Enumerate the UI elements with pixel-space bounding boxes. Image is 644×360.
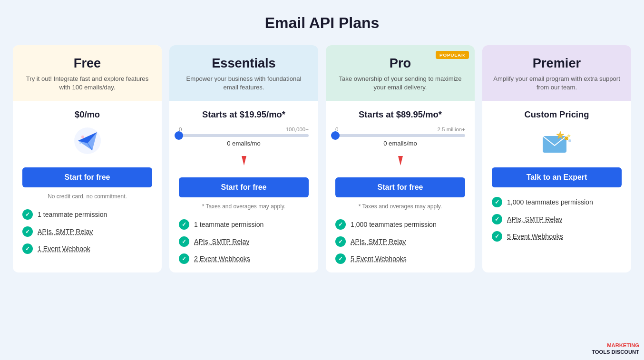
list-item: ✓1 teammate permission — [22, 209, 152, 220]
check-icon: ✓ — [492, 231, 502, 242]
slider-thumb-essentials[interactable] — [175, 131, 183, 140]
plan-price-premier: Custom Pricing — [492, 109, 622, 120]
check-icon: ✓ — [22, 243, 33, 254]
slider-pro[interactable]: 02.5 million+0 emails/mo — [335, 126, 465, 147]
features-list-essentials: ✓1 teammate permission✓APIs, SMTP Relay✓… — [179, 219, 309, 264]
watermark-line1: MARKETING — [592, 342, 639, 349]
page-title: Email API Plans — [10, 14, 634, 32]
plan-note-essentials: * Taxes and overages may apply. — [179, 203, 309, 210]
check-icon: ✓ — [492, 197, 502, 207]
watermark: MARKETING TOOLS DISCOUNT — [592, 342, 639, 355]
list-item: ✓1,000 teammates permission — [335, 219, 465, 230]
plan-name-essentials: Essentials — [179, 56, 309, 71]
plan-description-essentials: Empower your business with foundational … — [179, 75, 309, 92]
check-icon: ✓ — [335, 219, 346, 230]
feature-text-premier-2[interactable]: 5 Event Webhooks — [507, 233, 563, 240]
plan-description-pro: Take ownership of your sending to maximi… — [335, 75, 465, 92]
feature-text-premier-1[interactable]: APIs, SMTP Relay — [507, 215, 562, 223]
watermark-line2: TOOLS DISCOUNT — [592, 349, 639, 355]
svg-point-5 — [79, 142, 81, 144]
list-item: ✓1 teammate permission — [179, 219, 309, 230]
plans-grid: FreeTry it out! Integrate fast and explo… — [13, 45, 631, 272]
plan-name-free: Free — [22, 56, 152, 71]
plan-card-essentials: EssentialsEmpower your business with fou… — [169, 45, 318, 272]
feature-text-free-1[interactable]: APIs, SMTP Relay — [38, 228, 93, 235]
check-icon: ✓ — [179, 219, 189, 230]
slider-essentials[interactable]: 0100,000+0 emails/mo — [179, 126, 309, 147]
slider-max-essentials: 100,000+ — [286, 126, 309, 132]
svg-point-11 — [568, 139, 571, 142]
arrow-icon-pro — [335, 154, 465, 171]
popular-badge: POPULAR — [436, 51, 469, 59]
check-icon: ✓ — [22, 226, 33, 237]
plan-note-free: No credit card, no commitment. — [22, 193, 152, 200]
slider-thumb-pro[interactable] — [331, 131, 340, 140]
features-list-premier: ✓1,000 teammates permission✓APIs, SMTP R… — [492, 197, 622, 242]
plan-header-pro: POPULARProTake ownership of your sending… — [326, 45, 475, 101]
features-list-pro: ✓1,000 teammates permission✓APIs, SMTP R… — [335, 219, 465, 264]
slider-value-pro: 0 emails/mo — [335, 140, 465, 147]
check-icon: ✓ — [179, 253, 189, 264]
feature-text-essentials-0: 1 teammate permission — [194, 221, 263, 228]
check-icon: ✓ — [335, 253, 346, 264]
plan-price-essentials: Starts at $19.95/mo* — [179, 109, 309, 120]
svg-point-4 — [81, 136, 84, 138]
plan-body-free: $0/mo Start for freeNo credit card, no c… — [13, 101, 162, 272]
slider-max-pro: 2.5 million+ — [437, 126, 465, 132]
check-icon: ✓ — [492, 214, 502, 224]
plane-icon — [22, 126, 152, 159]
check-icon: ✓ — [22, 209, 33, 220]
cta-button-premier[interactable]: Talk to an Expert — [492, 167, 622, 187]
plan-card-free: FreeTry it out! Integrate fast and explo… — [13, 45, 162, 272]
slider-value-essentials: 0 emails/mo — [179, 140, 309, 147]
cta-button-pro[interactable]: Start for free — [335, 177, 465, 197]
list-item: ✓APIs, SMTP Relay — [22, 226, 152, 237]
plan-body-pro: Starts at $89.95/mo*02.5 million+0 email… — [326, 101, 475, 272]
plan-header-premier: PremierAmplify your email program with e… — [482, 45, 631, 101]
feature-text-free-0: 1 teammate permission — [38, 211, 107, 218]
feature-text-premier-0: 1,000 teammates permission — [507, 198, 593, 206]
check-icon: ✓ — [335, 236, 346, 247]
list-item: ✓5 Event Webhooks — [335, 253, 465, 264]
list-item: ✓5 Event Webhooks — [492, 231, 622, 242]
plan-name-premier: Premier — [492, 56, 622, 71]
plan-header-free: FreeTry it out! Integrate fast and explo… — [13, 45, 162, 101]
arrow-icon-essentials — [179, 154, 309, 171]
feature-text-pro-0: 1,000 teammates permission — [351, 221, 437, 228]
feature-text-pro-2[interactable]: 5 Event Webhooks — [351, 255, 407, 263]
list-item: ✓1,000 teammates permission — [492, 197, 622, 207]
feature-text-essentials-2[interactable]: 2 Event Webhooks — [194, 255, 250, 263]
cta-button-essentials[interactable]: Start for free — [179, 177, 309, 197]
plan-description-free: Try it out! Integrate fast and explore f… — [22, 75, 152, 92]
plan-body-essentials: Starts at $19.95/mo*0100,000+0 emails/mo… — [169, 101, 318, 272]
features-list-free: ✓1 teammate permission✓APIs, SMTP Relay✓… — [22, 209, 152, 254]
feature-text-essentials-1[interactable]: APIs, SMTP Relay — [194, 238, 249, 245]
plan-card-premier: PremierAmplify your email program with e… — [482, 45, 631, 272]
plan-price-free: $0/mo — [22, 109, 152, 120]
list-item: ✓1 Event Webhook — [22, 243, 152, 254]
feature-text-pro-1[interactable]: APIs, SMTP Relay — [351, 238, 406, 245]
list-item: ✓2 Event Webhooks — [179, 253, 309, 264]
plan-note-pro: * Taxes and overages may apply. — [335, 203, 465, 210]
list-item: ✓APIs, SMTP Relay — [335, 236, 465, 247]
list-item: ✓APIs, SMTP Relay — [179, 236, 309, 247]
check-icon: ✓ — [179, 236, 189, 247]
feature-text-free-2[interactable]: 1 Event Webhook — [38, 245, 90, 253]
list-item: ✓APIs, SMTP Relay — [492, 214, 622, 224]
plan-body-premier: Custom Pricing Talk to an Expert✓1,000 t… — [482, 101, 631, 272]
plan-description-premier: Amplify your email program with extra su… — [492, 75, 622, 92]
plan-price-pro: Starts at $89.95/mo* — [335, 109, 465, 120]
star-envelope-icon — [492, 126, 622, 159]
plan-card-pro: POPULARProTake ownership of your sending… — [326, 45, 475, 272]
cta-button-free[interactable]: Start for free — [22, 167, 152, 187]
plan-header-essentials: EssentialsEmpower your business with fou… — [169, 45, 318, 101]
